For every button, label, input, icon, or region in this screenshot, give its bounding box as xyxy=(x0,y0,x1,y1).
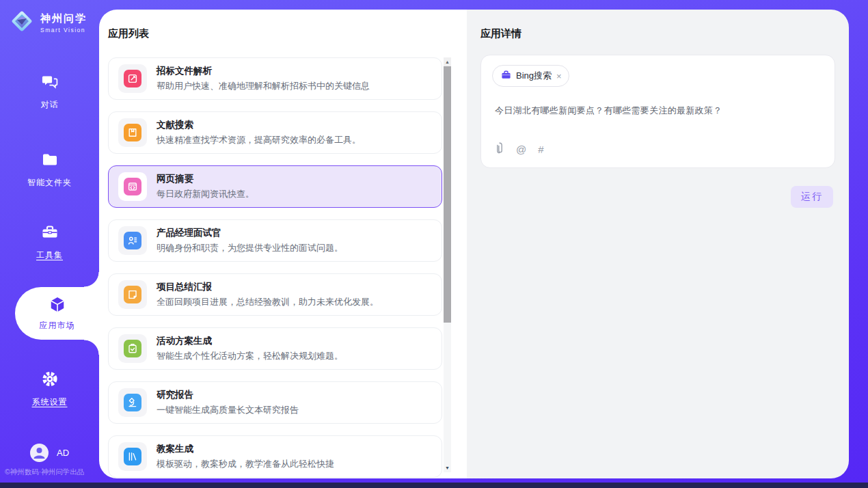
app-card-list: 招标文件解析 帮助用户快速、准确地理解和解析招标书中的关键信息 文献搜索 快速精… xyxy=(108,57,442,488)
note-icon xyxy=(124,286,141,303)
app-card-title: 研究报告 xyxy=(157,389,299,401)
chat-icon xyxy=(40,73,59,94)
app-list-scrollbar[interactable]: ▲ ▼ xyxy=(444,57,451,472)
sidebar-item-settings[interactable]: 系统设置 xyxy=(0,370,99,408)
app-card-title: 网页摘要 xyxy=(157,173,254,185)
tool-tag-label: Bing搜索 xyxy=(516,70,552,82)
folder-icon xyxy=(40,151,59,172)
paperclip-icon[interactable] xyxy=(495,142,504,157)
query-input[interactable]: 今日湖北有哪些新闻要点？有哪些需要关注的最新政策？ xyxy=(495,105,821,117)
document-edit-icon xyxy=(124,70,141,87)
microscope-icon xyxy=(124,394,141,411)
close-icon[interactable]: × xyxy=(556,72,562,81)
run-button[interactable]: 运行 xyxy=(791,186,833,208)
diamond-logo-icon xyxy=(9,8,35,37)
app-card-description: 全面回顾项目进展，总结经验教训，助力未来优化发展。 xyxy=(157,296,379,308)
app-card[interactable]: 活动方案生成 智能生成个性化活动方案，轻松解决规划难题。 xyxy=(108,327,442,370)
gear-icon xyxy=(40,370,59,391)
app-card[interactable]: 项目总结汇报 全面回顾项目进展，总结经验教训，助力未来优化发展。 xyxy=(108,273,442,316)
attachment-toolbar: @ # xyxy=(495,142,544,157)
bottom-strip xyxy=(0,483,868,488)
copyright-footer: ©神州数码·神州问学出品 xyxy=(5,467,84,477)
app-card[interactable]: 文献搜索 快速精准查找学术资源，提高研究效率的必备工具。 xyxy=(108,111,442,154)
sidebar: 神州问学 Smart Vision 对话 智能文件夹 工具集 应用市场 系统设置… xyxy=(0,0,99,483)
user-account[interactable]: AD xyxy=(0,444,99,462)
app-card[interactable]: 研究报告 一键智能生成高质量长文本研究报告 xyxy=(108,381,442,424)
app-card[interactable]: 教案生成 模板驱动，教案秒成，教学准备从此轻松快捷 xyxy=(108,435,442,478)
tool-tag-bing-search[interactable]: Bing搜索 × xyxy=(492,65,569,87)
app-card[interactable]: 招标文件解析 帮助用户快速、准确地理解和解析招标书中的关键信息 xyxy=(108,57,442,100)
app-card-description: 快速精准查找学术资源，提高研究效率的必备工具。 xyxy=(157,134,361,146)
sidebar-item-folders[interactable]: 智能文件夹 xyxy=(0,151,99,189)
app-card-description: 每日政府新闻资讯快查。 xyxy=(157,188,254,200)
app-list-panel: 应用列表 招标文件解析 帮助用户快速、准确地理解和解析招标书中的关键信息 文献搜… xyxy=(99,10,467,478)
book-icon xyxy=(124,124,141,141)
app-card-title: 产品经理面试官 xyxy=(157,227,343,239)
app-card-title: 教案生成 xyxy=(157,443,334,455)
app-card-title: 招标文件解析 xyxy=(157,65,370,77)
scrollbar-up-arrow-icon[interactable]: ▲ xyxy=(444,57,451,66)
app-card-description: 帮助用户快速、准确地理解和解析招标书中的关键信息 xyxy=(157,80,370,92)
app-card[interactable]: 产品经理面试官 明确身份和职责，为您提供专业性的面试问题。 xyxy=(108,219,442,262)
app-card[interactable]: 网页摘要 每日政府新闻资讯快查。 xyxy=(108,165,442,208)
app-list-title: 应用列表 xyxy=(108,27,149,40)
user-initials: AD xyxy=(57,448,69,458)
interviewer-icon xyxy=(124,232,141,249)
person-icon xyxy=(30,444,49,462)
sidebar-item-chat[interactable]: 对话 xyxy=(0,73,99,111)
scrollbar-down-arrow-icon[interactable]: ▼ xyxy=(444,463,451,472)
app-card-description: 明确身份和职责，为您提供专业性的面试问题。 xyxy=(157,242,343,254)
brand-name: 神州问学 xyxy=(40,12,87,25)
scrollbar-thumb[interactable] xyxy=(444,66,451,323)
sidebar-item-market[interactable]: 应用市场 xyxy=(15,287,99,340)
briefcase-icon xyxy=(501,70,511,83)
browser-code-icon xyxy=(124,178,141,195)
toolbox-icon xyxy=(40,223,59,244)
app-card-description: 一键智能生成高质量长文本研究报告 xyxy=(157,404,299,416)
sidebar-item-tools[interactable]: 工具集 xyxy=(0,223,99,261)
books-icon xyxy=(124,448,141,465)
at-icon[interactable]: @ xyxy=(516,144,526,155)
app-card-title: 活动方案生成 xyxy=(157,335,343,347)
hash-icon[interactable]: # xyxy=(538,144,543,155)
app-card-title: 文献搜索 xyxy=(157,119,361,131)
app-detail-panel: 应用详情 Bing搜索 × 今日湖北有哪些新闻要点？有哪些需要关注的最新政策？ xyxy=(467,10,849,478)
clipboard-check-icon xyxy=(124,340,141,357)
app-detail-title: 应用详情 xyxy=(480,27,521,40)
app-card-description: 智能生成个性化活动方案，轻松解决规划难题。 xyxy=(157,350,343,362)
brand-subtitle: Smart Vision xyxy=(40,27,87,33)
brand-logo: 神州问学 Smart Vision xyxy=(9,8,87,37)
app-card-title: 项目总结汇报 xyxy=(157,281,379,293)
cube-icon xyxy=(47,295,68,317)
app-card-description: 模板驱动，教案秒成，教学准备从此轻松快捷 xyxy=(157,458,334,470)
query-card: Bing搜索 × 今日湖北有哪些新闻要点？有哪些需要关注的最新政策？ @ # xyxy=(480,55,835,168)
